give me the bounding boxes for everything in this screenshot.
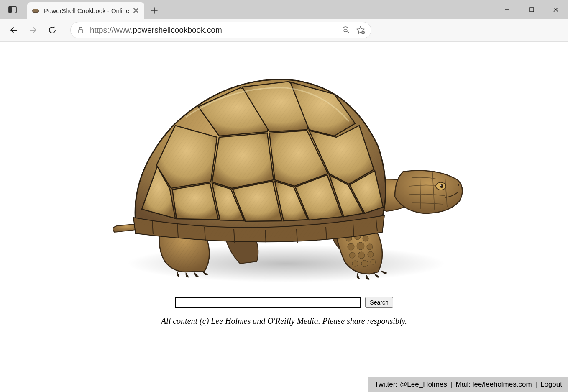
svg-point-17 [367,244,373,250]
forward-button [24,21,42,39]
window-controls [495,0,568,19]
refresh-icon [48,26,57,35]
browser-tab[interactable]: PowerShell Cookbook - Online A [27,2,144,19]
svg-point-22 [361,260,368,267]
favorites-button[interactable] [356,26,365,35]
maximize-button[interactable] [519,0,544,19]
minimize-button[interactable] [495,0,519,19]
address-bar[interactable]: https://www.powershellcookbook.com [70,22,371,38]
star-add-icon [356,26,365,35]
turtle-icon [102,63,466,284]
svg-point-20 [368,251,374,257]
back-button[interactable] [5,21,23,39]
twitter-link[interactable]: @Lee_Holmes [400,380,447,389]
side-panel-button[interactable] [2,0,23,19]
svg-point-14 [363,236,368,241]
page-content: Search All content (c) Lee Holmes and O'… [0,42,568,392]
svg-point-15 [348,243,354,250]
new-tab-button[interactable] [146,2,163,19]
browser-title-bar: PowerShell Cookbook - Online A [0,0,568,19]
plus-icon [151,7,158,14]
separator: | [535,380,537,389]
svg-point-19 [358,252,365,259]
zoom-indicator[interactable] [342,26,351,35]
url-domain: powershellcookbook.com [133,26,222,34]
svg-rect-6 [79,30,83,33]
refresh-button[interactable] [43,21,61,39]
logout-link[interactable]: Logout [540,380,562,389]
arrow-left-icon [9,25,19,35]
tab-title: PowerShell Cookbook - Online A [44,7,129,14]
maximize-icon [529,7,535,13]
browser-toolbar: https://www.powershellcookbook.com [0,19,568,42]
twitter-label: Twitter: [374,380,397,389]
search-button[interactable]: Search [365,297,393,308]
url-protocol: https://www. [90,26,133,34]
zoom-out-icon [342,26,351,34]
close-icon [553,7,559,13]
svg-point-3 [33,9,38,12]
svg-point-4 [38,11,39,12]
side-panel-icon [8,5,17,14]
close-window-button[interactable] [544,0,568,19]
separator: | [450,380,452,389]
bottom-status-bar: Twitter: @Lee_Holmes | Mail: lee/leeholm… [368,377,568,392]
mail-text: Mail: lee/leeholmes.com [455,380,532,389]
minimize-icon [504,7,510,13]
copyright-text: All content (c) Lee Holmes and O'Reilly … [161,316,407,326]
url-text: https://www.powershellcookbook.com [90,26,337,35]
svg-rect-1 [9,6,12,13]
svg-point-16 [357,242,364,250]
svg-point-26 [440,185,442,186]
search-form: Search [175,297,393,308]
svg-point-23 [371,259,376,264]
search-input[interactable] [175,297,361,308]
svg-point-21 [352,261,358,266]
tab-favicon-turtle-icon [31,6,40,15]
turtle-logo-image [102,63,466,284]
lock-icon [77,26,85,34]
tab-close-button[interactable] [132,6,140,15]
svg-point-11 [164,236,199,270]
svg-point-18 [349,252,355,258]
arrow-right-icon [28,25,38,35]
svg-rect-5 [530,8,534,12]
svg-point-27 [458,184,459,186]
close-icon [133,8,138,13]
